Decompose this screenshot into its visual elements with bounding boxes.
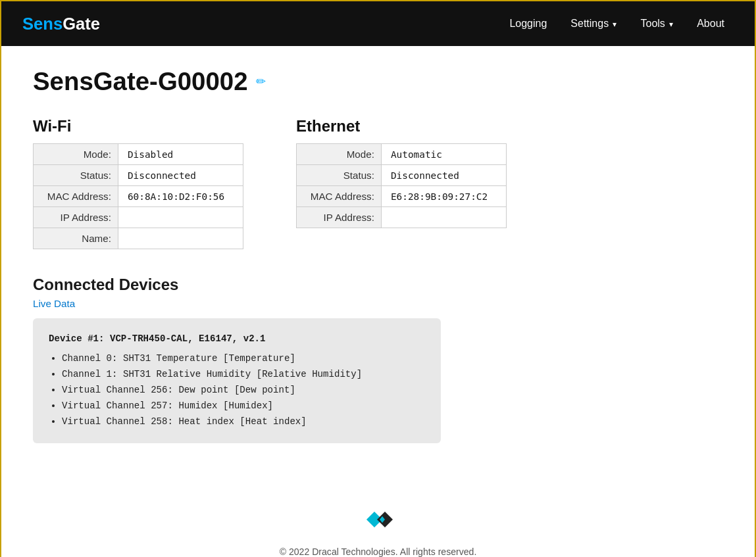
wifi-name-value <box>118 228 243 249</box>
connected-devices-heading: Connected Devices <box>33 276 723 294</box>
nav-about[interactable]: About <box>688 12 734 35</box>
brand-logo[interactable]: SensGate <box>22 14 100 34</box>
wifi-status-value: Disconnected <box>118 165 243 186</box>
nav-links: Logging Settings ▾ Tools ▾ About <box>500 12 734 35</box>
copyright-text: © 2022 Dracal Technologies. All rights r… <box>1 546 755 557</box>
list-item: Channel 0: SHT31 Temperature [Temperatur… <box>62 351 425 367</box>
footer-logo <box>1 501 755 540</box>
brand-gate: Gate <box>63 14 100 33</box>
navbar: SensGate Logging Settings ▾ Tools ▾ Abou… <box>1 1 755 46</box>
tools-arrow-icon: ▾ <box>667 20 673 29</box>
wifi-name-label: Name: <box>34 228 118 249</box>
eth-status-label: Status: <box>297 165 382 186</box>
eth-ip-value <box>381 207 506 228</box>
main-content: SensGate-G00002 ✏ Wi-Fi Mode: Disabled S… <box>1 46 755 475</box>
list-item: Virtual Channel 257: Humidex [Humidex] <box>62 399 425 414</box>
eth-mode-value: Automatic <box>381 144 506 165</box>
table-row: Mode: Disabled <box>34 144 243 165</box>
eth-mac-value: E6:28:9B:09:27:C2 <box>381 186 506 207</box>
wifi-mode-label: Mode: <box>34 144 118 165</box>
table-row: Name: <box>34 228 243 249</box>
eth-mac-label: MAC Address: <box>297 186 382 207</box>
table-row: Status: Disconnected <box>297 165 507 186</box>
settings-arrow-icon: ▾ <box>611 20 617 29</box>
list-item: Channel 1: SHT31 Relative Humidity [Rela… <box>62 367 425 383</box>
table-row: IP Address: <box>34 207 243 228</box>
wifi-status-label: Status: <box>34 165 118 186</box>
ethernet-section: Ethernet Mode: Automatic Status: Disconn… <box>296 117 507 249</box>
ethernet-table: Mode: Automatic Status: Disconnected MAC… <box>296 143 507 228</box>
table-row: Status: Disconnected <box>34 165 243 186</box>
wifi-ip-value <box>118 207 243 228</box>
page-title-row: SensGate-G00002 ✏ <box>33 67 723 96</box>
wifi-heading: Wi-Fi <box>33 117 243 135</box>
nav-settings[interactable]: Settings ▾ <box>561 12 626 35</box>
list-item: Virtual Channel 256: Dew point [Dew poin… <box>62 383 425 399</box>
wifi-section: Wi-Fi Mode: Disabled Status: Disconnecte… <box>33 117 243 249</box>
wifi-mac-value: 60:8A:10:D2:F0:56 <box>118 186 243 207</box>
nav-logging[interactable]: Logging <box>500 12 556 35</box>
connected-devices-section: Connected Devices Live Data Device #1: V… <box>33 276 723 443</box>
eth-ip-label: IP Address: <box>297 207 382 228</box>
eth-status-value: Disconnected <box>381 165 506 186</box>
table-row: Mode: Automatic <box>297 144 507 165</box>
eth-mode-label: Mode: <box>297 144 382 165</box>
wifi-mac-label: MAC Address: <box>34 186 118 207</box>
wifi-table: Mode: Disabled Status: Disconnected MAC … <box>33 143 243 249</box>
brand-sens: Sens <box>22 14 63 33</box>
network-grid: Wi-Fi Mode: Disabled Status: Disconnecte… <box>33 117 723 249</box>
device-title: Device #1: VCP-TRH450-CAL, E16147, v2.1 <box>49 331 425 347</box>
table-row: IP Address: <box>297 207 507 228</box>
live-data-link[interactable]: Live Data <box>33 298 75 309</box>
dracal-logo-icon <box>360 501 397 538</box>
nav-tools[interactable]: Tools ▾ <box>631 12 682 35</box>
page-title: SensGate-G00002 <box>33 67 248 96</box>
wifi-mode-value: Disabled <box>118 144 243 165</box>
table-row: MAC Address: 60:8A:10:D2:F0:56 <box>34 186 243 207</box>
channel-list: Channel 0: SHT31 Temperature [Temperatur… <box>49 351 425 430</box>
footer: © 2022 Dracal Technologies. All rights r… <box>1 475 755 557</box>
list-item: Virtual Channel 258: Heat index [Heat in… <box>62 414 425 430</box>
edit-icon[interactable]: ✏ <box>256 75 266 89</box>
ethernet-heading: Ethernet <box>296 117 507 135</box>
table-row: MAC Address: E6:28:9B:09:27:C2 <box>297 186 507 207</box>
device-box: Device #1: VCP-TRH450-CAL, E16147, v2.1 … <box>33 318 441 443</box>
wifi-ip-label: IP Address: <box>34 207 118 228</box>
